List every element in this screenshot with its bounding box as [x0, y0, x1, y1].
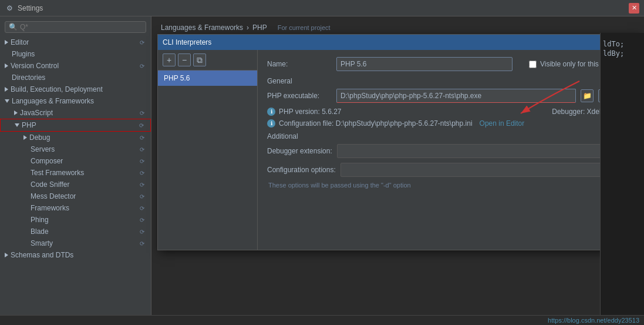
sidebar-item-version-control[interactable]: Version Control ⟳: [0, 60, 151, 72]
config-file-row: ℹ Configuration file: D:\phpStudy\php\ph…: [267, 119, 629, 128]
name-input[interactable]: [336, 57, 512, 71]
url-bar: https://blog.csdn.net/eddy23513: [0, 315, 644, 325]
sidebar-item-label: Debug: [29, 133, 50, 142]
sidebar-item-label: Version Control: [11, 62, 59, 70]
window-title: Settings: [18, 4, 629, 12]
sidebar-item-debug[interactable]: Debug ⟳: [0, 132, 151, 143]
expand-icon: [15, 123, 19, 127]
sync-icon: ⟳: [138, 38, 146, 46]
sync-icon: ⟳: [138, 216, 146, 224]
sync-icon: ⟳: [138, 227, 146, 236]
interpreter-list: + − ⧉ PHP 5.6: [158, 50, 258, 250]
php-executable-input[interactable]: [336, 89, 576, 103]
sidebar-item-label: Blade: [31, 227, 49, 236]
search-box[interactable]: 🔍: [5, 21, 146, 33]
sidebar-item-label: Code Sniffer: [31, 180, 70, 189]
sync-icon: ⟳: [137, 121, 146, 129]
sidebar-item-editor[interactable]: Editor ⟳: [0, 36, 151, 48]
sidebar-item-label: Build, Execution, Deployment: [11, 85, 103, 93]
sync-icon: ⟳: [138, 204, 146, 212]
breadcrumb-part1: Languages & Frameworks: [161, 24, 243, 32]
expand-icon: [5, 40, 8, 45]
configuration-options-label: Configuration options:: [267, 166, 336, 174]
search-input[interactable]: [20, 23, 142, 31]
dialog-body: + − ⧉ PHP 5.6 Name: Visible only for: [158, 50, 638, 250]
sidebar-item-languages-frameworks[interactable]: Languages & Frameworks: [0, 95, 151, 107]
sidebar-item-label: Servers: [31, 145, 55, 153]
configuration-options-input[interactable]: [340, 163, 611, 177]
sidebar-item-label: Languages & Frameworks: [12, 97, 94, 105]
open-in-editor-link[interactable]: Open in Editor: [480, 119, 525, 128]
general-section-title: General: [267, 77, 629, 85]
sidebar-item-php[interactable]: PHP ⟳: [0, 119, 151, 132]
php-executable-label: PHP executable:: [267, 92, 332, 100]
dialog-title-bar: CLI Interpreters ✕: [158, 35, 638, 50]
sidebar-item-build-execution[interactable]: Build, Execution, Deployment: [0, 83, 151, 95]
browse-php-button[interactable]: 📁: [581, 89, 594, 102]
sidebar-item-frameworks[interactable]: Frameworks ⟳: [0, 202, 151, 214]
breadcrumb: Languages & Frameworks › PHP For current…: [161, 24, 635, 32]
code-preview: ldTo; ldBy;: [600, 33, 644, 325]
interpreter-entry-php56[interactable]: PHP 5.6: [158, 71, 257, 86]
name-row: Name: Visible only for this project: [267, 57, 629, 71]
sidebar-item-schemas-dtds[interactable]: Schemas and DTDs: [0, 249, 151, 261]
sidebar-item-mess-detector[interactable]: Mess Detector ⟳: [0, 190, 151, 202]
interpreter-toolbar: + − ⧉: [158, 50, 257, 71]
add-interpreter-button[interactable]: +: [163, 53, 176, 66]
sidebar-item-label: Mess Detector: [31, 192, 76, 200]
title-bar: ⚙ Settings ✕: [0, 0, 644, 16]
visible-only-checkbox[interactable]: [529, 61, 537, 68]
debugger-extension-input[interactable]: [337, 144, 611, 158]
sync-icon: ⟳: [138, 109, 146, 117]
sync-icon: ⟳: [138, 157, 146, 165]
debugger-extension-row: Debugger extension: 📁: [267, 144, 629, 158]
sidebar-item-directories[interactable]: Directories: [0, 72, 151, 83]
info-icon: ℹ: [267, 108, 275, 116]
additional-section-title: Additional: [267, 132, 629, 140]
code-line-1: ldTo;: [603, 40, 642, 48]
expand-icon: [5, 253, 8, 257]
sidebar-item-label: JavaScript: [20, 109, 53, 117]
expand-icon: [5, 99, 9, 103]
code-line-2: ldBy;: [603, 49, 642, 58]
sidebar-item-javascript[interactable]: JavaScript ⟳: [0, 107, 151, 119]
config-file-text: Configuration file: D:\phpStudy\php\php-…: [279, 119, 473, 128]
sidebar-item-label: Phing: [31, 216, 49, 224]
debugger-extension-label: Debugger extension:: [267, 147, 332, 155]
search-icon: 🔍: [9, 23, 18, 31]
sidebar-item-test-frameworks[interactable]: Test Frameworks ⟳: [0, 167, 151, 179]
sidebar-item-servers[interactable]: Servers ⟳: [0, 143, 151, 155]
config-info-icon: ℹ: [267, 119, 275, 128]
sync-icon: ⟳: [138, 180, 146, 189]
name-label: Name:: [267, 60, 332, 68]
sidebar-item-phing[interactable]: Phing ⟳: [0, 214, 151, 226]
sidebar: 🔍 Editor ⟳ Plugins Version Control ⟳ Dir…: [0, 16, 151, 325]
url-text: https://blog.csdn.net/eddy23513: [548, 317, 639, 324]
sidebar-item-label: Frameworks: [31, 204, 69, 212]
sidebar-item-label: Composer: [31, 157, 63, 165]
sidebar-item-composer[interactable]: Composer ⟳: [0, 155, 151, 167]
settings-icon: ⚙: [5, 4, 14, 13]
sidebar-item-label: Plugins: [12, 50, 35, 58]
hint-text: These options will be passed using the "…: [267, 182, 629, 189]
sidebar-item-blade[interactable]: Blade ⟳: [0, 226, 151, 237]
expand-icon: [14, 110, 18, 115]
expand-icon: [5, 63, 8, 68]
remove-interpreter-button[interactable]: −: [178, 53, 191, 66]
sidebar-item-smarty[interactable]: Smarty ⟳: [0, 237, 151, 249]
sidebar-item-label: Test Frameworks: [31, 169, 84, 177]
main-layout: 🔍 Editor ⟳ Plugins Version Control ⟳ Dir…: [0, 16, 644, 325]
php-version-text: PHP version: 5.6.27: [279, 108, 342, 116]
sync-icon: ⟳: [138, 133, 146, 142]
sidebar-item-label: Smarty: [31, 239, 53, 247]
php-executable-row: PHP executable: 📁 ↻ ℹ: [267, 89, 629, 103]
window-close-button[interactable]: ✕: [629, 3, 639, 14]
sidebar-item-code-sniffer[interactable]: Code Sniffer ⟳: [0, 179, 151, 190]
sync-icon: ⟳: [138, 192, 146, 200]
copy-interpreter-button[interactable]: ⧉: [193, 53, 206, 66]
expand-icon: [23, 135, 27, 140]
sidebar-item-plugins[interactable]: Plugins: [0, 48, 151, 60]
sync-icon: ⟳: [138, 169, 146, 177]
sync-icon: ⟳: [138, 145, 146, 153]
cli-interpreters-dialog: CLI Interpreters ✕ + − ⧉ PHP 5.6: [157, 34, 639, 250]
